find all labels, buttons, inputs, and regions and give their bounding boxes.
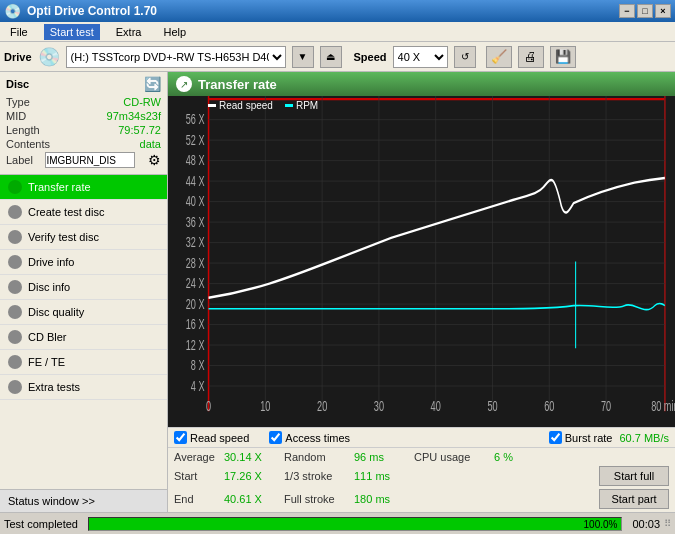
close-btn[interactable]: × xyxy=(655,4,671,18)
disc-refresh-btn[interactable]: 🔄 xyxy=(144,76,161,92)
svg-text:36 X: 36 X xyxy=(186,214,205,231)
svg-text:56 X: 56 X xyxy=(186,111,205,128)
svg-text:40 X: 40 X xyxy=(186,193,205,210)
cb-access-times[interactable]: Access times xyxy=(269,431,350,444)
nav-transfer-rate[interactable]: Transfer rate xyxy=(0,175,167,200)
nav-extra-tests[interactable]: Extra tests xyxy=(0,375,167,400)
svg-text:52 X: 52 X xyxy=(186,132,205,149)
save-btn[interactable]: 💾 xyxy=(550,46,576,68)
svg-text:50: 50 xyxy=(487,398,497,415)
status-bar: Test completed 100.0% 00:03 ⠿ xyxy=(0,512,675,534)
svg-text:4 X: 4 X xyxy=(191,378,205,395)
progress-fill xyxy=(89,518,621,530)
drive-refresh-btn[interactable]: ▼ xyxy=(292,46,314,68)
nav-label-quality: Disc quality xyxy=(28,306,84,318)
nav-label-extra: Extra tests xyxy=(28,381,80,393)
nav-cd-bler[interactable]: CD Bler xyxy=(0,325,167,350)
stroke1-label: 1/3 stroke xyxy=(284,470,354,482)
menu-extra[interactable]: Extra xyxy=(110,24,148,40)
chart-icon: ↗ xyxy=(176,76,192,92)
info-btn[interactable]: 🖨 xyxy=(518,46,544,68)
svg-text:70: 70 xyxy=(601,398,611,415)
status-window-btn[interactable]: Status window >> xyxy=(0,489,167,512)
nav-icon-extra xyxy=(8,380,22,394)
svg-text:60: 60 xyxy=(544,398,554,415)
speed-select[interactable]: 40 X xyxy=(393,46,448,68)
main-content: Disc 🔄 Type CD-RW MID 97m34s23f Length 7… xyxy=(0,72,675,512)
full-stroke-label: Full stroke xyxy=(284,493,354,505)
menu-start-test[interactable]: Start test xyxy=(44,24,100,40)
nav-label-fete: FE / TE xyxy=(28,356,65,368)
svg-text:8 X: 8 X xyxy=(191,357,205,374)
svg-text:30: 30 xyxy=(374,398,384,415)
avg-label: Average xyxy=(174,451,224,463)
nav-icon-bler xyxy=(8,330,22,344)
menu-bar: File Start test Extra Help xyxy=(0,22,675,42)
start-full-btn[interactable]: Start full xyxy=(599,466,669,486)
nav-icon-verify xyxy=(8,230,22,244)
svg-text:10: 10 xyxy=(260,398,270,415)
svg-rect-0 xyxy=(168,96,675,427)
avg-value: 30.14 X xyxy=(224,451,284,463)
status-text: Test completed xyxy=(4,518,78,530)
speed-reset-btn[interactable]: ↺ xyxy=(454,46,476,68)
cb-burst-rate-input[interactable] xyxy=(549,431,562,444)
end-value: 40.61 X xyxy=(224,493,284,505)
nav-disc-quality[interactable]: Disc quality xyxy=(0,300,167,325)
full-stroke-value: 180 ms xyxy=(354,493,414,505)
cb-read-speed-input[interactable] xyxy=(174,431,187,444)
menu-file[interactable]: File xyxy=(4,24,34,40)
cpu-value: 6 % xyxy=(494,451,544,463)
nav-label-verify: Verify test disc xyxy=(28,231,99,243)
disc-contents-label: Contents xyxy=(6,138,50,150)
cb-read-speed-label: Read speed xyxy=(190,432,249,444)
disc-label-input[interactable] xyxy=(45,152,135,168)
nav-label-create: Create test disc xyxy=(28,206,104,218)
svg-text:24 X: 24 X xyxy=(186,275,205,292)
disc-label-edit-btn[interactable]: ⚙ xyxy=(148,152,161,168)
svg-text:0: 0 xyxy=(206,398,211,415)
window-controls: − □ × xyxy=(619,4,671,18)
disc-mid-value: 97m34s23f xyxy=(107,110,161,122)
chart-legend: Read speed RPM xyxy=(208,100,318,111)
svg-text:12 X: 12 X xyxy=(186,337,205,354)
disc-type-label: Type xyxy=(6,96,30,108)
stroke1-value: 111 ms xyxy=(354,470,414,482)
disc-contents-value: data xyxy=(140,138,161,150)
nav-fe-te[interactable]: FE / TE xyxy=(0,350,167,375)
speed-label: Speed xyxy=(354,51,387,63)
cb-access-times-input[interactable] xyxy=(269,431,282,444)
progress-bar: 100.0% xyxy=(88,517,622,531)
random-value: 96 ms xyxy=(354,451,414,463)
start-part-btn[interactable]: Start part xyxy=(599,489,669,509)
erase-btn[interactable]: 🧹 xyxy=(486,46,512,68)
nav-icon-fete xyxy=(8,355,22,369)
status-window-label: Status window >> xyxy=(8,495,95,507)
nav-drive-info[interactable]: Drive info xyxy=(0,250,167,275)
nav-create-test-disc[interactable]: Create test disc xyxy=(0,200,167,225)
svg-text:16 X: 16 X xyxy=(186,316,205,333)
right-panel: ↗ Transfer rate Read speed RPM xyxy=(168,72,675,512)
nav-verify-test-disc[interactable]: Verify test disc xyxy=(0,225,167,250)
cb-burst-rate[interactable]: Burst rate 60.7 MB/s xyxy=(549,431,669,444)
drive-bar: Drive 💿 (H:) TSSTcorp DVD+-RW TS-H653H D… xyxy=(0,42,675,72)
menu-help[interactable]: Help xyxy=(157,24,192,40)
minimize-btn[interactable]: − xyxy=(619,4,635,18)
drive-select[interactable]: (H:) TSSTcorp DVD+-RW TS-H653H D400 xyxy=(66,46,286,68)
nav-icon-transfer xyxy=(8,180,22,194)
drive-eject-btn[interactable]: ⏏ xyxy=(320,46,342,68)
cb-read-speed[interactable]: Read speed xyxy=(174,431,249,444)
disc-title: Disc xyxy=(6,78,29,90)
nav-label-transfer: Transfer rate xyxy=(28,181,91,193)
progress-text: 100.0% xyxy=(584,518,618,532)
checkboxes-row: Read speed Access times Burst rate 60.7 … xyxy=(168,427,675,447)
nav-disc-info[interactable]: Disc info xyxy=(0,275,167,300)
left-panel: Disc 🔄 Type CD-RW MID 97m34s23f Length 7… xyxy=(0,72,168,512)
nav-section: Transfer rate Create test disc Verify te… xyxy=(0,175,167,489)
maximize-btn[interactable]: □ xyxy=(637,4,653,18)
svg-text:20: 20 xyxy=(317,398,327,415)
svg-text:20 X: 20 X xyxy=(186,296,205,313)
stats-area: Average 30.14 X Random 96 ms CPU usage 6… xyxy=(168,447,675,512)
burst-value: 60.7 MB/s xyxy=(619,432,669,444)
chart-header: ↗ Transfer rate xyxy=(168,72,675,96)
